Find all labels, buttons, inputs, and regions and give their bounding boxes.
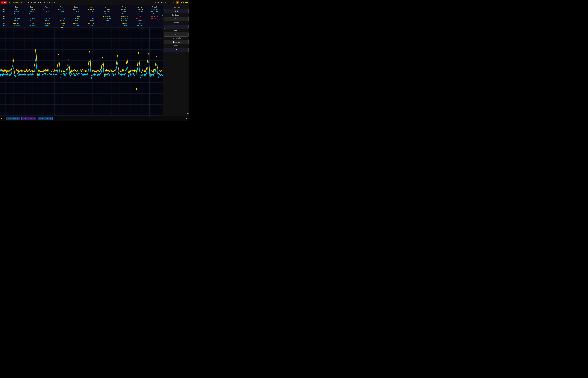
- ch2-fall: 360.0ns: [24, 24, 39, 27]
- coupling-value-button[interactable]: AC: [164, 9, 188, 14]
- ch2-avg: 11.1mV: [99, 11, 115, 13]
- ch1-vupper: 1.01 V: [84, 22, 99, 24]
- header-pduty: +Duty: [39, 13, 54, 15]
- ch1-nwid: *****: [84, 15, 99, 17]
- coupling-label: Coupling: [164, 6, 188, 9]
- ch1-tvmax: 400.0ns: [39, 22, 54, 24]
- ch2-label-row1: CH2: [1, 11, 9, 13]
- ch2-tvmin: 2.148us: [54, 24, 69, 27]
- ch1-prate: 4.10MV/s: [99, 15, 115, 17]
- ch4-tab[interactable]: 4 — 1.00 V: [38, 117, 53, 120]
- stop-button[interactable]: STOP: [1, 1, 7, 4]
- ch2-area: 26.5nVs: [132, 11, 147, 13]
- header-vpp: Vpp: [39, 6, 54, 8]
- trigger-ch-label: D: [149, 1, 150, 4]
- ch1-rise: 390.0ns: [9, 22, 24, 24]
- ch1-tvmin: 2.184us: [54, 22, 69, 24]
- bw-limit-button[interactable]: OFF: [164, 17, 188, 21]
- header-nrate: -Rate: [115, 13, 132, 15]
- ch1-vrms: 425mV: [115, 8, 132, 11]
- ch3-tab-num: 3: [23, 117, 24, 120]
- ch2-max: 580mV: [9, 11, 24, 13]
- ch2-label-row2: CH2: [1, 17, 9, 20]
- header-area: Area: [132, 6, 147, 8]
- ch1-label-row3: CH1: [1, 22, 9, 24]
- header-vmid: Vmid: [99, 20, 115, 22]
- ch1-vpp: 2.32 V: [39, 8, 54, 11]
- bw-limit-label: BW Limit: [164, 14, 188, 16]
- ch3-tab[interactable]: 3 — 1.00 V: [21, 117, 36, 120]
- measurements-panel: Max Min Vpp Top Base Amp Avg Vrms Area A…: [0, 5, 163, 27]
- ch1-top: 1.21 V: [54, 8, 69, 11]
- bottom-scroll-icon[interactable]: ▶: [186, 117, 188, 120]
- ch2-vrmsp: 181mV: [132, 24, 147, 27]
- ch2-freq: 2.07MHz: [9, 17, 24, 20]
- ch2-peri: 482.0ns: [24, 17, 39, 20]
- unit-button[interactable]: M: [164, 48, 188, 52]
- ch2-prate: 19.5MV/s: [99, 17, 115, 20]
- ch1-nrate: -933kV/s: [115, 15, 132, 17]
- header-over: Over: [132, 13, 147, 15]
- h-label: H: [9, 1, 10, 4]
- top-bar: STOP H 200ns 500MSa/s 1.20k pts 〜〜〜〜〜 D …: [0, 0, 189, 5]
- ch1-over: 3.302 %: [132, 15, 147, 17]
- ch3-tab-val: 1.00 V: [27, 117, 35, 120]
- ch1-label-row1: CH1: [1, 8, 9, 11]
- sample-rate: 500MSa/s: [20, 1, 29, 4]
- header-prate: +Rate: [99, 13, 115, 15]
- bottom-bar: 0 V 2 〜 500mV 3 — 1.00 V 4 — 1.00 V ▶: [0, 116, 189, 121]
- header-avg: Avg: [99, 6, 115, 8]
- ch2-amp: 438mV: [84, 11, 99, 13]
- battery-icon: ▮: [176, 1, 179, 4]
- ch1-max: 1.28 V: [9, 8, 24, 11]
- invert-button[interactable]: OFF: [164, 32, 188, 37]
- header-rise: Rise: [9, 20, 24, 22]
- ch1-vari: 173mV²: [69, 22, 84, 24]
- ch2-vmid: 781uV: [99, 24, 115, 27]
- header-pwid: +Wid: [69, 13, 84, 15]
- header-vrms: Vrms: [115, 6, 132, 8]
- header-fall: Fall: [24, 20, 39, 22]
- waveform-area: ▶ ◀: [0, 27, 163, 116]
- ch2-pduty: 35.27 %: [39, 17, 54, 20]
- ch1-area: 204nVs: [132, 8, 147, 11]
- left-content: Max Min Vpp Top Base Amp Avg Vrms Area A…: [0, 5, 163, 116]
- pts-label: 1.20k pts: [31, 1, 41, 4]
- header-top: Top: [54, 6, 69, 8]
- ch1-areap: 0.00 Vs: [147, 8, 162, 11]
- measurements-table: Max Min Vpp Top Base Amp Avg Vrms Area A…: [1, 6, 162, 27]
- ch1-freq: *****: [9, 15, 24, 17]
- ch4-tab-val: 1.00 V: [43, 117, 51, 120]
- header-vupper: Vupper: [84, 20, 99, 22]
- header-areap: AreaP: [147, 6, 162, 8]
- probe-button[interactable]: 1X: [164, 25, 188, 29]
- header-base: Base: [69, 6, 84, 8]
- ch2-tab[interactable]: 2 〜 500mV: [6, 117, 20, 120]
- header-min: Min: [24, 6, 39, 8]
- ch1-fall: 1.714us: [24, 22, 39, 24]
- ch2-trigger-arrow: ◀: [135, 87, 137, 91]
- ch1-base: -785mV: [69, 8, 84, 11]
- ch2-vpp: 1.14 V: [39, 11, 54, 13]
- header-peri: Peri: [24, 13, 39, 15]
- ch2-vlower: -174mV: [115, 24, 132, 27]
- header-nduty: -Duty: [54, 13, 69, 15]
- ch3-wave-icon: —: [25, 118, 26, 119]
- header-amp: Amp: [84, 6, 99, 8]
- ch1-vmid: 214mV: [99, 22, 115, 24]
- volts-div-label: Volts/Div: [164, 37, 188, 40]
- scroll-arrow[interactable]: ▶: [164, 111, 188, 115]
- ch2-areap: 38.9nVs: [147, 11, 162, 13]
- unit-label: Unit: [164, 45, 188, 47]
- ch1-avg: 85.4mV: [99, 8, 115, 11]
- ch2-rise: 18.00ns: [9, 24, 24, 27]
- ch4-wave-icon: —: [42, 118, 43, 119]
- ch1-amp: 1.99 V: [84, 8, 99, 11]
- oscilloscope-canvas: [0, 27, 163, 116]
- ch1-vlower: -585mV: [115, 22, 132, 24]
- volts-div-button[interactable]: Coarse: [164, 40, 188, 44]
- ch2-tab-val: 500mV: [12, 117, 18, 120]
- ch1-pwid: 422.0ns: [69, 15, 84, 17]
- ch2-min: -560mV: [24, 11, 39, 13]
- invert-label: Invert: [164, 29, 188, 32]
